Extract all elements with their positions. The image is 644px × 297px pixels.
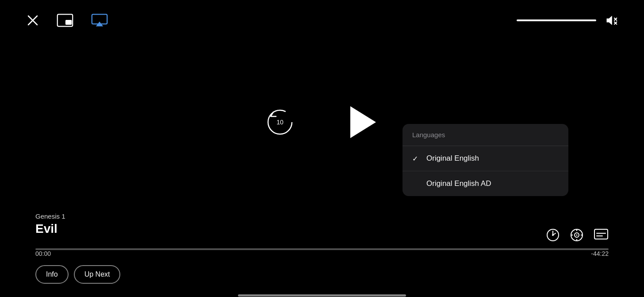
time-current: 00:00 [35,250,51,257]
checkmark-icon: ✓ [412,154,420,163]
airplay-button[interactable] [91,13,108,27]
svg-point-20 [576,235,578,236]
episode-title: Evil [35,222,65,236]
replay-icon: 10 [266,108,294,136]
volume-slider[interactable] [517,19,596,21]
svg-marker-13 [350,106,376,138]
top-left-controls [27,13,108,27]
speed-icon [546,228,560,242]
scrollbar-thumb[interactable] [238,294,406,297]
svg-marker-6 [607,16,612,25]
svg-text:10: 10 [276,119,284,126]
language-label-original-english-ad: Original English AD [426,179,491,188]
close-button[interactable] [27,14,39,27]
subtitles-button[interactable] [594,228,609,242]
bottom-section: Genesis 1 Evil [0,212,644,297]
svg-rect-25 [594,229,608,239]
svg-rect-3 [65,20,72,25]
audio-icon [570,228,584,242]
episode-info: Genesis 1 Evil [35,212,65,236]
time-remaining: -44:22 [591,250,609,257]
play-icon [347,104,378,140]
svg-point-17 [552,234,554,236]
pip-button[interactable] [57,13,73,27]
episode-label: Genesis 1 [35,212,65,220]
airplay-icon [91,13,108,27]
scrollbar-area [0,293,644,297]
bottom-tab-buttons: Info Up Next [35,265,609,284]
mute-button[interactable] [605,14,617,27]
play-button[interactable] [347,104,378,140]
top-right-controls [517,14,617,27]
language-option-original-english-ad[interactable]: Original English AD [402,171,568,196]
up-next-tab-button[interactable]: Up Next [74,265,121,284]
subtitles-icon [594,228,609,242]
pip-icon [57,13,73,27]
language-label-original-english: Original English [426,154,479,163]
mute-icon [605,14,617,27]
language-option-original-english[interactable]: ✓ Original English [402,146,568,171]
volume-area [517,19,596,21]
replay-button[interactable]: 10 [266,108,294,136]
languages-dropdown: Languages ✓ Original English Original En… [402,124,568,196]
info-tab-button[interactable]: Info [35,265,69,284]
bottom-right-icons [546,228,609,242]
center-controls: 10 [266,104,378,140]
top-bar [0,0,644,41]
audio-button[interactable] [570,228,584,242]
progress-bar[interactable] [35,248,609,250]
close-icon [27,14,39,27]
languages-header: Languages [402,124,568,146]
time-row: 00:00 -44:22 [35,250,609,257]
speed-button[interactable] [546,228,560,242]
